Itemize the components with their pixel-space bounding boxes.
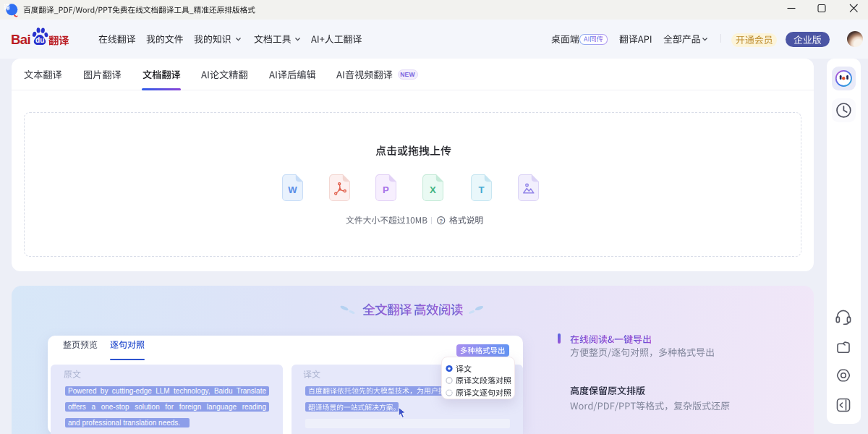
svg-text:?: ? bbox=[440, 218, 443, 224]
svg-text:W: W bbox=[288, 184, 297, 195]
svg-text:du: du bbox=[35, 36, 44, 44]
svg-text:X: X bbox=[430, 184, 436, 195]
svg-text:P: P bbox=[383, 184, 389, 195]
svg-text:T: T bbox=[478, 184, 484, 195]
